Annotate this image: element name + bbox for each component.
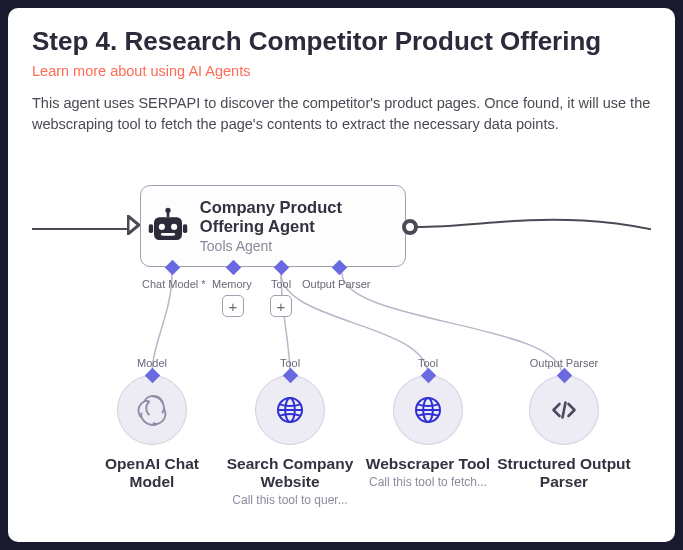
svg-point-5 (159, 224, 165, 230)
node-search-company-website[interactable]: Tool Search Company Website Call this to… (220, 357, 360, 507)
diamond-icon (282, 368, 298, 384)
node-circle (255, 375, 325, 445)
page-title: Step 4. Research Competitor Product Offe… (32, 26, 651, 57)
step-panel: Step 4. Research Competitor Product Offe… (8, 8, 675, 542)
add-tool-button[interactable]: + (270, 295, 292, 317)
node-circle (529, 375, 599, 445)
globe-icon (274, 394, 306, 426)
node-circle (117, 375, 187, 445)
add-memory-button[interactable]: + (222, 295, 244, 317)
diamond-icon (420, 368, 436, 384)
node-hint: Call this tool to fetch... (369, 475, 487, 489)
port-label-chat-model: Chat Model * (142, 278, 206, 290)
node-openai-chat-model[interactable]: Model OpenAI Chat Model (82, 357, 222, 491)
svg-rect-1 (167, 212, 170, 217)
agent-subtitle: Tools Agent (200, 238, 393, 254)
agent-name: Company Product Offering Agent (200, 198, 393, 236)
svg-rect-4 (183, 224, 187, 233)
svg-line-14 (563, 403, 566, 418)
code-icon (549, 395, 579, 425)
workflow-canvas: Company Product Offering Agent Tools Age… (32, 153, 651, 513)
node-name: Webscraper Tool (366, 455, 490, 473)
node-webscraper-tool[interactable]: Tool Webscraper Tool Call this tool to f… (358, 357, 498, 489)
port-label-tool: Tool (271, 278, 291, 290)
diamond-icon (144, 368, 160, 384)
node-structured-output-parser[interactable]: Output Parser Structured Output Parser (494, 357, 634, 491)
diamond-icon (556, 368, 572, 384)
svg-point-6 (171, 224, 177, 230)
node-circle (393, 375, 463, 445)
output-endpoint[interactable] (402, 219, 418, 235)
port-label-memory: Memory (212, 278, 252, 290)
input-endpoint[interactable] (127, 215, 141, 235)
port-label-output-parser: Output Parser (302, 278, 370, 290)
openai-icon (135, 393, 169, 427)
node-name: Search Company Website (220, 455, 360, 491)
node-name: Structured Output Parser (494, 455, 634, 491)
svg-rect-2 (154, 217, 182, 240)
description: This agent uses SERPAPI to discover the … (32, 93, 651, 135)
node-hint: Call this tool to quer... (232, 493, 347, 507)
learn-more-link[interactable]: Learn more about using AI Agents (32, 63, 651, 79)
svg-rect-7 (161, 233, 175, 236)
globe-icon (412, 394, 444, 426)
svg-rect-3 (149, 224, 153, 233)
robot-icon (147, 197, 190, 255)
agent-node[interactable]: Company Product Offering Agent Tools Age… (140, 185, 406, 267)
node-name: OpenAI Chat Model (82, 455, 222, 491)
